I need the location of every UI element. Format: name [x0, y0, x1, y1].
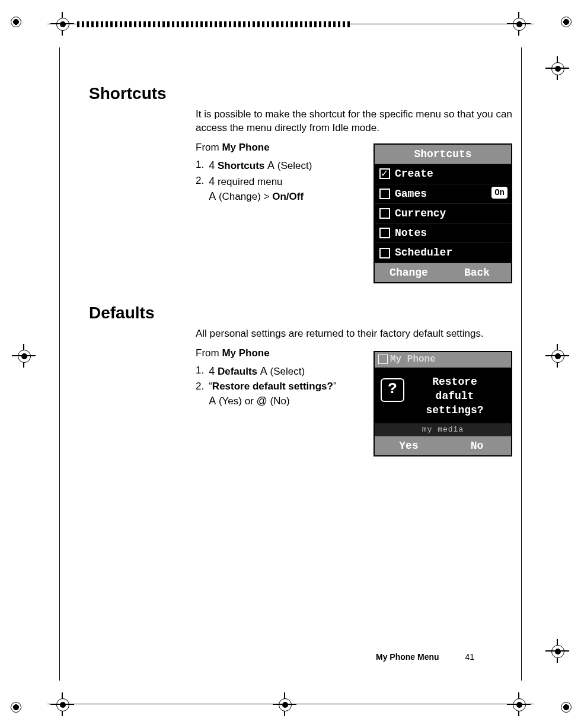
- registration-mark-icon: [7, 698, 24, 715]
- step-tail: (Select): [277, 160, 312, 171]
- step-tail: (Select): [270, 366, 305, 377]
- page-number: 41: [465, 652, 474, 662]
- crop-mark-icon: [50, 692, 74, 716]
- step-bold: Restore default settings?: [212, 381, 333, 392]
- phone-list-item: Games On: [375, 184, 511, 204]
- phone-titlebar: My Phone: [375, 352, 511, 368]
- phone-screenshot-defaults: My Phone ? Restore dafult settings? my m…: [374, 351, 512, 456]
- step-text: (No): [267, 395, 290, 407]
- defaults-steps: 1. 4 Defaults A (Select) 2. “Restore def…: [196, 364, 368, 408]
- step-bold: Shortcuts: [218, 160, 264, 171]
- page-footer: My Phone Menu 41: [0, 652, 581, 662]
- crop-mark-icon: [545, 56, 569, 80]
- unchecked-box-icon: [379, 228, 390, 238]
- crop-line-icon: [47, 704, 534, 704]
- phone-softkey-right: No: [443, 436, 511, 455]
- crop-mark-icon: [545, 344, 569, 368]
- question-mark-icon: ?: [381, 378, 404, 402]
- phone-item-label: Games: [395, 187, 427, 201]
- dialog-line: Restore: [402, 375, 507, 389]
- nav-symbol-icon: 4: [209, 175, 215, 187]
- registration-mark-icon: [7, 13, 24, 30]
- unchecked-box-icon: [379, 208, 390, 219]
- nav-symbol-icon: 4: [209, 365, 215, 377]
- step-number: 2.: [196, 174, 204, 204]
- step-number: 2.: [196, 380, 204, 408]
- softkey-symbol-icon: A: [260, 365, 267, 377]
- from-prefix: From: [196, 347, 222, 359]
- softkey-symbol-icon: A: [209, 190, 216, 202]
- crop-line-icon: [521, 47, 522, 681]
- softkey-symbol-icon: A: [209, 395, 216, 407]
- step-number: 1.: [196, 364, 204, 379]
- phone-item-label: Notes: [395, 226, 427, 240]
- crop-mark-icon: [507, 692, 531, 716]
- defaults-intro-text: All personal settings are returned to th…: [196, 327, 516, 341]
- from-target: My Phone: [222, 142, 269, 153]
- from-prefix: From: [196, 142, 222, 153]
- heading-shortcuts: Shortcuts: [89, 84, 516, 103]
- dialog-line: settings?: [402, 403, 507, 417]
- phone-softkey-left: Yes: [375, 436, 443, 455]
- from-target: My Phone: [222, 347, 269, 359]
- phone-item-label: Scheduler: [395, 245, 452, 260]
- phone-list-item: Scheduler: [375, 243, 511, 263]
- phone-screenshot-shortcuts: Shortcuts Create Games On Currency Notes…: [374, 143, 512, 283]
- on-badge: On: [491, 187, 507, 199]
- phone-softkey-right: Back: [443, 263, 511, 282]
- softkey-symbol-icon: @: [257, 395, 267, 407]
- footer-title: My Phone Menu: [376, 652, 439, 662]
- heading-defaults: Defaults: [89, 304, 516, 323]
- decorative-arrow-border-icon: [77, 21, 350, 27]
- step-text: (Yes) or: [216, 395, 256, 407]
- quote-close: ”: [333, 381, 337, 392]
- crop-mark-icon: [273, 692, 296, 716]
- unchecked-box-icon: [379, 248, 390, 258]
- phone-titlebar: Shortcuts: [375, 145, 511, 164]
- phone-item-label: Currency: [395, 206, 446, 221]
- phone-dialog-body: ? Restore dafult settings?: [375, 368, 511, 424]
- registration-mark-icon: [557, 698, 574, 715]
- dialog-line: dafult: [402, 389, 507, 403]
- crop-line-icon: [59, 47, 60, 681]
- title-icon: [378, 355, 388, 364]
- phone-item-label: Create: [395, 167, 433, 181]
- phone-list-item: Currency: [375, 204, 511, 223]
- step-bold: Defaults: [218, 366, 257, 377]
- nav-symbol-icon: 4: [209, 159, 215, 171]
- step-text: (Change) >: [216, 191, 272, 202]
- checked-box-icon: [379, 168, 390, 179]
- phone-list-item: Notes: [375, 223, 511, 243]
- phone-title-text: My Phone: [390, 354, 436, 365]
- step-bold: On/Off: [272, 191, 304, 202]
- shortcuts-intro-text: It is possible to make the shortcut for …: [196, 108, 516, 135]
- phone-subbar: my media: [375, 423, 511, 436]
- step-text: required menu: [215, 176, 282, 187]
- unchecked-box-icon: [379, 189, 390, 199]
- registration-mark-icon: [557, 13, 574, 30]
- crop-mark-icon: [12, 344, 36, 368]
- step-number: 1.: [196, 158, 204, 173]
- phone-softkey-left: Change: [375, 263, 443, 282]
- softkey-symbol-icon: A: [267, 159, 274, 171]
- phone-list-item: Create: [375, 164, 511, 184]
- shortcuts-steps: 1. 4 Shortcuts A (Select) 2. 4 required …: [196, 158, 368, 204]
